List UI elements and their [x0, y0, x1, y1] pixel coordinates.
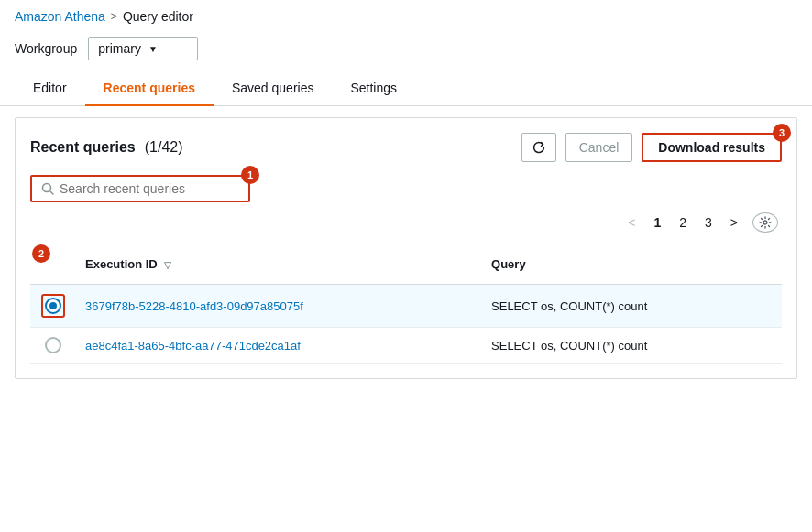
table-cell-execution-id: ae8c4fa1-8a65-4bfc-aa77-471cde2ca1af [76, 328, 482, 364]
radio-cell [39, 337, 67, 353]
search-input-wrapper: 1 [30, 175, 250, 202]
pagination-prev[interactable]: < [620, 212, 642, 233]
col-execution-id: Execution ID ▽ [76, 244, 482, 285]
tabs-bar: Editor Recent queries Saved queries Sett… [0, 71, 812, 106]
search-box[interactable] [30, 175, 250, 202]
breadcrumb: Amazon Athena > Query editor [0, 0, 812, 29]
cancel-button[interactable]: Cancel [565, 133, 633, 162]
table-row: 3679f78b-5228-4810-afd3-09d97a85075f SEL… [30, 285, 782, 328]
col-query: Query [482, 244, 782, 285]
radio-inner-dot [49, 302, 57, 309]
annotation-badge-2: 2 [32, 244, 50, 263]
table-row: ae8c4fa1-8a65-4bfc-aa77-471cde2ca1af SEL… [30, 328, 782, 364]
svg-point-2 [763, 221, 767, 224]
annotation-badge-3: 3 [773, 124, 791, 142]
chevron-down-icon: ▼ [148, 44, 158, 54]
table-header-row: 2 Execution ID ▽ Query [30, 244, 782, 285]
pagination-settings-button[interactable] [752, 212, 778, 233]
breadcrumb-current: Query editor [123, 9, 193, 24]
search-row: 1 [30, 175, 782, 202]
recent-queries-header: Recent queries (1/42) Cancel 3 Download … [30, 133, 782, 162]
download-results-button[interactable]: Download results [642, 133, 782, 162]
table-cell-execution-id: 3679f78b-5228-4810-afd3-09d97a85075f [76, 285, 482, 328]
tab-saved-queries[interactable]: Saved queries [214, 71, 333, 106]
workgroup-label: Workgroup [15, 41, 77, 56]
workgroup-row: Workgroup primary ▼ [0, 29, 812, 71]
radio-button-unselected[interactable] [45, 337, 61, 353]
workgroup-dropdown[interactable]: primary ▼ [88, 37, 198, 60]
workgroup-value: primary [98, 41, 141, 56]
recent-queries-count: (1/42) [145, 139, 183, 156]
breadcrumb-separator: > [111, 10, 117, 23]
radio-button-selected[interactable] [45, 298, 61, 314]
table-cell-query: SELECT os, COUNT(*) count [482, 328, 782, 364]
search-icon [41, 182, 54, 195]
results-table: 2 Execution ID ▽ Query [30, 244, 782, 364]
pagination-page-1[interactable]: 1 [646, 212, 668, 233]
pagination-page-3[interactable]: 3 [697, 212, 719, 233]
recent-queries-title: Recent queries [30, 139, 136, 156]
tab-editor[interactable]: Editor [15, 71, 85, 106]
svg-line-1 [50, 191, 54, 195]
query-text: SELECT os, COUNT(*) count [491, 299, 647, 313]
pagination-page-2[interactable]: 2 [672, 212, 694, 233]
search-input[interactable] [60, 181, 239, 196]
table-cell-select [30, 328, 76, 364]
refresh-button[interactable] [521, 133, 556, 162]
radio-highlight-box [41, 294, 65, 318]
col-execution-id-label: Execution ID [85, 257, 158, 271]
table-cell-query: SELECT os, COUNT(*) count [482, 285, 782, 328]
sort-icon[interactable]: ▽ [164, 260, 171, 270]
main-panel: Recent queries (1/42) Cancel 3 Download … [15, 117, 797, 379]
execution-id-link[interactable]: 3679f78b-5228-4810-afd3-09d97a85075f [85, 299, 303, 313]
table-cell-select [30, 285, 76, 328]
refresh-icon [532, 140, 546, 155]
pagination-next[interactable]: > [723, 212, 745, 233]
tab-recent-queries[interactable]: Recent queries [85, 71, 214, 106]
radio-cell [39, 294, 67, 318]
tab-settings[interactable]: Settings [332, 71, 415, 106]
breadcrumb-link-athena[interactable]: Amazon Athena [15, 9, 105, 24]
gear-icon [759, 216, 772, 229]
query-text: SELECT os, COUNT(*) count [491, 339, 647, 353]
annotation-badge-1: 1 [241, 166, 259, 184]
download-results-wrapper: 3 Download results [642, 133, 782, 162]
col-query-label: Query [491, 257, 526, 271]
col-select: 2 [30, 244, 76, 285]
pagination-row: < 1 2 3 > [30, 212, 782, 233]
execution-id-link[interactable]: ae8c4fa1-8a65-4bfc-aa77-471cde2ca1af [85, 339, 301, 353]
